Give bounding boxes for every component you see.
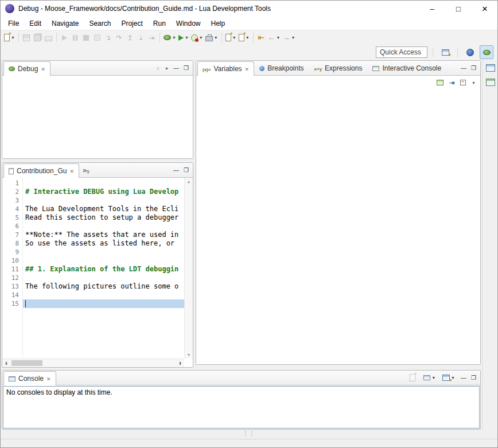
editor-line[interactable]	[23, 222, 184, 231]
open-perspective-button[interactable]	[438, 45, 452, 59]
drop-to-frame-button[interactable]: ⇣	[135, 32, 146, 44]
line-number[interactable]: 7	[2, 231, 19, 239]
run-button[interactable]: ▼	[177, 32, 190, 44]
editor-line[interactable]: The Lua Development Tools in the Ecli	[23, 205, 184, 213]
menu-search[interactable]: Search	[84, 18, 116, 29]
collapse-all-icon[interactable]	[460, 80, 466, 85]
view-menu-icon[interactable]	[165, 65, 169, 71]
editor-line[interactable]: ## 1. Explanation of the LDT debuggin	[23, 265, 184, 274]
line-number[interactable]: 13	[2, 282, 19, 291]
new-project-button[interactable]: ▼	[224, 32, 238, 44]
clear-console-button[interactable]	[407, 373, 418, 383]
resume-button[interactable]	[59, 32, 70, 44]
maximize-button[interactable]: □	[445, 0, 472, 17]
maximize-view-icon[interactable]	[471, 65, 476, 71]
menu-window[interactable]: Window	[171, 18, 206, 29]
maximize-view-icon[interactable]	[471, 375, 476, 381]
terminate-button[interactable]	[81, 32, 92, 44]
step-into-button[interactable]: ↴	[103, 32, 114, 44]
save-all-button[interactable]	[32, 32, 43, 44]
line-number[interactable]: 5	[2, 213, 19, 222]
line-number[interactable]: 14	[2, 291, 19, 299]
show-logical-structure-icon[interactable]	[437, 80, 443, 85]
open-console-button[interactable]: ▼	[441, 373, 456, 383]
disconnect-button[interactable]	[92, 32, 103, 44]
close-button[interactable]: ✕	[472, 0, 498, 17]
line-number[interactable]: 6	[2, 222, 19, 231]
scrollbar-track[interactable]	[10, 359, 176, 367]
menu-project[interactable]: Project	[116, 18, 147, 29]
line-number[interactable]: 11	[2, 265, 19, 274]
perspective-ldt-button[interactable]	[463, 45, 477, 59]
remove-all-terminated-icon[interactable]	[156, 64, 161, 72]
step-return-button[interactable]: ↥	[124, 32, 135, 44]
editor-line[interactable]	[23, 274, 184, 282]
maximize-view-icon[interactable]	[184, 167, 189, 173]
import-variables-icon[interactable]: ⇥	[449, 79, 454, 87]
coverage-button[interactable]: ▼	[190, 32, 204, 44]
editor-line[interactable]	[23, 299, 184, 308]
suspend-button[interactable]	[70, 32, 81, 44]
minimize-view-icon[interactable]	[173, 167, 179, 173]
editor-line[interactable]: **Note:** The assets that are used in	[23, 231, 184, 239]
minimize-view-icon[interactable]	[461, 65, 466, 71]
editor-line[interactable]	[23, 256, 184, 265]
forward-button[interactable]: →▼	[282, 32, 297, 44]
external-tools-button[interactable]: ▼	[204, 32, 219, 44]
editor-gutter[interactable]: 123456789101112131415	[2, 178, 23, 367]
close-icon[interactable]	[46, 375, 51, 383]
restore-view-icon-2[interactable]	[486, 79, 495, 86]
line-number[interactable]: 15	[2, 299, 19, 308]
editor-line[interactable]	[23, 179, 184, 188]
view-menu-icon[interactable]	[472, 80, 476, 85]
minimize-button[interactable]: –	[419, 0, 445, 17]
sash-grip-icon[interactable]: ⋮⋮	[243, 430, 255, 437]
step-over-button[interactable]: ↷	[114, 32, 124, 44]
minimize-view-icon[interactable]	[173, 65, 179, 71]
menu-edit[interactable]: Edit	[24, 18, 46, 29]
close-icon[interactable]	[245, 65, 250, 73]
editor-line[interactable]: Read this section to setup a debugger	[23, 213, 184, 222]
editor-line[interactable]	[23, 196, 184, 205]
tab-interactive-console[interactable]: Interactive Console	[367, 61, 446, 75]
back-button[interactable]: ←▼	[267, 32, 282, 44]
new-button[interactable]: ▼	[3, 32, 16, 44]
display-console-button[interactable]: ▼	[422, 373, 437, 383]
line-number[interactable]: 10	[2, 256, 19, 265]
close-icon[interactable]	[69, 167, 74, 175]
print-button[interactable]	[43, 32, 54, 44]
scroll-right-icon[interactable]: ›	[176, 359, 184, 367]
perspective-debug-button[interactable]	[480, 45, 493, 59]
menu-file[interactable]: File	[3, 18, 24, 29]
scroll-left-icon[interactable]: ‹	[2, 359, 10, 367]
menu-navigate[interactable]: Navigate	[46, 18, 84, 29]
editor-code[interactable]: # Interactive DEBUG using Lua DevelopThe…	[23, 178, 184, 367]
restore-view-icon-1[interactable]	[486, 64, 495, 72]
tab-breakpoints[interactable]: Breakpoints	[254, 61, 309, 75]
new-file-button[interactable]: ▼	[238, 32, 251, 44]
last-edit-location-button[interactable]: ⇤	[256, 32, 267, 44]
editor-line[interactable]: So use the assets as listed here, or	[23, 239, 184, 248]
save-button[interactable]	[21, 32, 32, 44]
line-number[interactable]: 2	[2, 188, 19, 196]
use-step-filters-button[interactable]: ⇥	[146, 32, 157, 44]
scrollbar-thumb[interactable]	[11, 360, 42, 366]
tab-debug[interactable]: Debug	[3, 61, 50, 76]
maximize-view-icon[interactable]	[184, 65, 189, 71]
tab-variables[interactable]: Variables	[197, 61, 254, 76]
menu-help[interactable]: Help	[206, 18, 231, 29]
hidden-editors-chevron[interactable]: »5	[79, 166, 93, 174]
close-icon[interactable]	[41, 65, 45, 73]
tab-expressions[interactable]: Expressions	[309, 61, 368, 75]
editor-line[interactable]	[23, 291, 184, 299]
vertical-scrollbar[interactable]: ▲ ▼	[184, 178, 193, 359]
line-number[interactable]: 9	[2, 248, 19, 256]
scroll-up-icon[interactable]: ▲	[187, 180, 191, 184]
tab-console[interactable]: Console	[3, 371, 56, 385]
minimize-view-icon[interactable]	[461, 375, 466, 381]
editor-line[interactable]: The following pictures outline some o	[23, 282, 184, 291]
debug-button[interactable]: ▼	[162, 32, 177, 44]
line-number[interactable]: 1	[2, 179, 19, 188]
horizontal-scrollbar[interactable]: ‹ ›	[2, 359, 184, 367]
editor-line[interactable]	[23, 248, 184, 256]
